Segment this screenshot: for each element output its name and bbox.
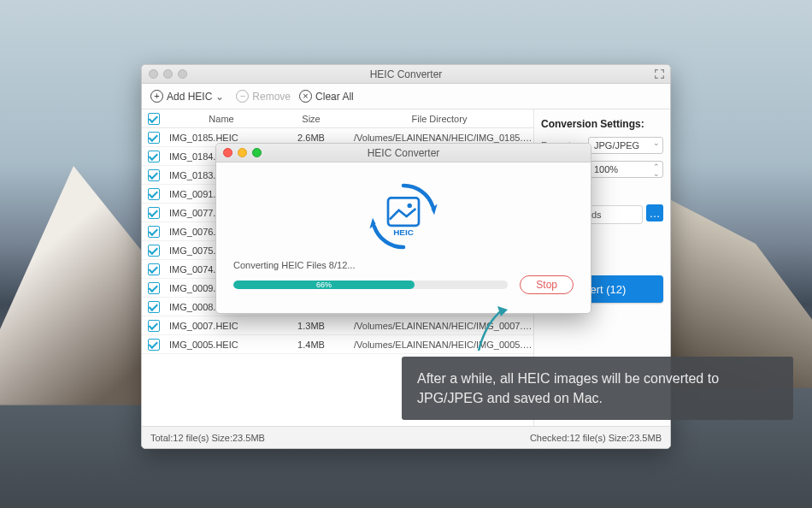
- progress-fill: 66%: [233, 281, 415, 289]
- row-checkbox[interactable]: [148, 339, 160, 351]
- header-size[interactable]: Size: [277, 114, 345, 124]
- quality-select[interactable]: 100% ⌃⌄: [588, 161, 663, 178]
- status-total: Total:12 file(s) Size:23.5MB: [150, 433, 265, 443]
- header-path[interactable]: File Directory: [345, 114, 533, 124]
- file-name: IMG_0185.HEIC: [166, 133, 277, 143]
- minus-icon: −: [236, 90, 249, 103]
- row-checkbox[interactable]: [148, 263, 160, 275]
- minimize-icon[interactable]: [238, 148, 247, 157]
- remove-label: Remove: [252, 91, 291, 103]
- progress-dialog: HEIC Converter HEIC Converting HEIC File…: [215, 143, 591, 314]
- progress-bar: 66%: [233, 281, 508, 289]
- format-value: JPG/JPEG: [594, 140, 639, 151]
- row-checkbox[interactable]: [148, 151, 160, 162]
- plus-icon: +: [150, 90, 163, 103]
- stepper-icon: ⌃⌄: [653, 163, 660, 177]
- close-icon[interactable]: [223, 148, 232, 157]
- select-all-checkbox[interactable]: [148, 113, 160, 125]
- row-checkbox[interactable]: [148, 320, 160, 332]
- annotation-tooltip: After a while, all HEIC images will be c…: [402, 357, 793, 420]
- quality-value: 100%: [594, 164, 618, 174]
- svg-point-3: [408, 204, 412, 208]
- file-size: 1.4MB: [277, 340, 345, 350]
- stop-button[interactable]: Stop: [520, 275, 574, 294]
- clear-all-button[interactable]: × Clear All: [299, 90, 354, 103]
- row-checkbox[interactable]: [148, 301, 160, 313]
- progress-text: Converting HEIC Files 8/12...: [233, 260, 574, 270]
- add-heic-button[interactable]: + Add HEIC ⌄: [150, 90, 227, 103]
- add-heic-label: Add HEIC: [167, 91, 212, 103]
- clear-all-label: Clear All: [315, 91, 354, 103]
- fullscreen-icon[interactable]: [654, 68, 665, 80]
- file-size: 1.3MB: [277, 321, 345, 331]
- main-titlebar[interactable]: HEIC Converter: [142, 65, 670, 84]
- status-bar: Total:12 file(s) Size:23.5MB Checked:12 …: [142, 426, 670, 448]
- row-checkbox[interactable]: [148, 188, 160, 200]
- svg-rect-2: [388, 198, 419, 225]
- chevron-down-icon: ⌄: [653, 139, 660, 146]
- row-checkbox[interactable]: [148, 226, 160, 238]
- format-select[interactable]: JPG/JPEG ⌄: [588, 137, 663, 154]
- file-path: /Volumes/ELAINENAN/HEIC/IMG_0185.HEIC: [345, 133, 533, 143]
- zoom-icon[interactable]: [252, 148, 262, 157]
- minimize-icon[interactable]: [163, 69, 173, 79]
- annotation-text: After a while, all HEIC images will be c…: [417, 371, 719, 405]
- dialog-title: HEIC Converter: [368, 147, 440, 159]
- table-header: Name Size File Directory: [142, 109, 533, 128]
- window-controls: [223, 148, 262, 157]
- progress-percent: 66%: [316, 281, 332, 289]
- chevron-down-icon[interactable]: ⌄: [212, 91, 227, 103]
- row-checkbox[interactable]: [148, 132, 160, 144]
- close-icon[interactable]: [149, 69, 158, 79]
- stop-label: Stop: [536, 279, 557, 291]
- heic-conversion-icon: HEIC: [365, 178, 442, 255]
- toolbar: + Add HEIC ⌄ − Remove × Clear All: [142, 84, 670, 109]
- row-checkbox[interactable]: [148, 282, 160, 294]
- window-controls: [149, 69, 187, 79]
- window-title: HEIC Converter: [370, 68, 443, 80]
- row-checkbox[interactable]: [148, 169, 160, 181]
- browse-button[interactable]: …: [646, 204, 663, 222]
- settings-title: Conversion Settings:: [541, 118, 663, 130]
- file-name: IMG_0005.HEIC: [166, 340, 277, 350]
- row-checkbox[interactable]: [148, 207, 160, 219]
- row-checkbox[interactable]: [148, 245, 160, 257]
- dialog-titlebar[interactable]: HEIC Converter: [216, 144, 591, 162]
- svg-text:HEIC: HEIC: [393, 227, 414, 237]
- file-name: IMG_0007.HEIC: [166, 321, 277, 331]
- header-name[interactable]: Name: [166, 114, 277, 124]
- zoom-icon[interactable]: [178, 69, 187, 79]
- status-checked: Checked:12 file(s) Size:23.5MB: [530, 433, 662, 443]
- file-size: 2.6MB: [277, 133, 345, 143]
- remove-button[interactable]: − Remove: [236, 90, 291, 103]
- annotation-arrow-icon: [468, 306, 520, 357]
- x-icon: ×: [299, 90, 312, 103]
